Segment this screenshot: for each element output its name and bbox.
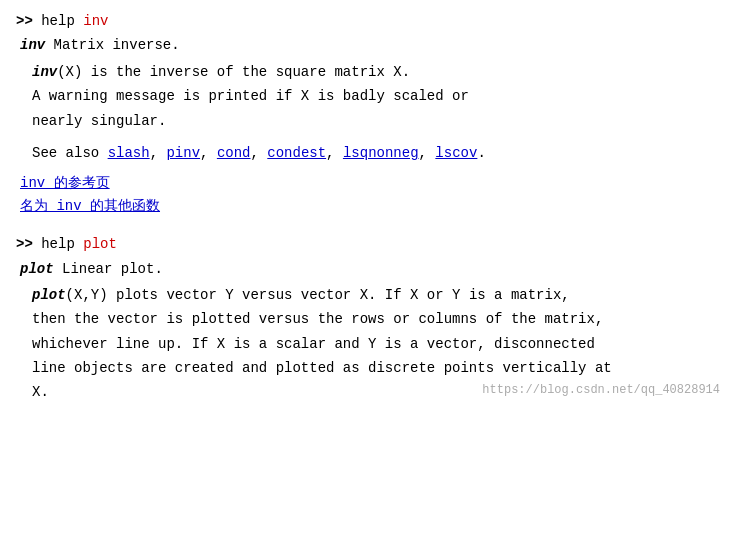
inv-line-2: A warning message is printed if X is bad… — [32, 85, 728, 107]
prompt-symbol: >> — [16, 13, 41, 29]
sep3: , — [250, 145, 267, 161]
sep2: , — [200, 145, 217, 161]
inv-other-funcs[interactable]: 名为 inv 的其他函数 — [20, 198, 160, 214]
plot-line-2: then the vector is plotted versus the ro… — [32, 308, 728, 330]
sep1: , — [150, 145, 167, 161]
plot-arg: plot — [83, 236, 117, 252]
link-lsqnonneg[interactable]: lsqnonneg — [343, 145, 419, 161]
plot-line-4: line objects are created and plotted as … — [32, 357, 728, 379]
inv-code-func: inv — [32, 64, 57, 80]
help-inv-section: >> help inv inv Matrix inverse. inv(X) i… — [16, 10, 728, 217]
plot-line-3: whichever line up. If X is a scalar and … — [32, 333, 728, 355]
sep5: , — [419, 145, 436, 161]
prompt-line-inv: >> help inv — [16, 10, 728, 32]
plot-body: plot(X,Y) plots vector Y versus vector X… — [16, 284, 728, 404]
plot-func-name: plot — [20, 261, 54, 277]
inv-line-3: nearly singular. — [32, 110, 728, 132]
plot-line-1: plot(X,Y) plots vector Y versus vector X… — [32, 284, 728, 306]
inv-func-name: inv — [20, 37, 45, 53]
prompt-symbol-2: >> — [16, 236, 41, 252]
section-gap — [16, 219, 728, 233]
help-keyword: help — [41, 13, 83, 29]
inv-ref-page[interactable]: inv 的参考页 — [20, 175, 110, 191]
inv-title-line: inv Matrix inverse. — [16, 34, 728, 56]
link-lscov[interactable]: lscov — [435, 145, 477, 161]
plot-line-5: X. https://blog.csdn.net/qq_40828914 — [32, 381, 728, 403]
inv-see-also: See also slash, pinv, cond, condest, lsq… — [32, 142, 728, 164]
help-keyword-2: help — [41, 236, 83, 252]
inv-title-desc: Matrix inverse. — [45, 37, 179, 53]
plot-title-desc: Linear plot. — [54, 261, 163, 277]
inv-code-args: (X) is the inverse of the square matrix … — [57, 64, 410, 80]
see-also-label: See also — [32, 145, 108, 161]
plot-title-line: plot Linear plot. — [16, 258, 728, 280]
sep4: , — [326, 145, 343, 161]
link-pinv[interactable]: pinv — [166, 145, 200, 161]
inv-ref-links: inv 的参考页 名为 inv 的其他函数 — [16, 172, 728, 217]
plot-code-args: (X,Y) plots vector Y versus vector X. If… — [66, 287, 570, 303]
inv-line-1: inv(X) is the inverse of the square matr… — [32, 61, 728, 83]
watermark: https://blog.csdn.net/qq_40828914 — [482, 381, 720, 400]
plot-code-func: plot — [32, 287, 66, 303]
help-plot-section: >> help plot plot Linear plot. plot(X,Y)… — [16, 233, 728, 404]
sep6: . — [477, 145, 485, 161]
link-condest[interactable]: condest — [267, 145, 326, 161]
link-cond[interactable]: cond — [217, 145, 251, 161]
link-slash[interactable]: slash — [108, 145, 150, 161]
terminal-output: >> help inv inv Matrix inverse. inv(X) i… — [16, 10, 728, 404]
inv-arg: inv — [83, 13, 108, 29]
prompt-line-plot: >> help plot — [16, 233, 728, 255]
inv-body: inv(X) is the inverse of the square matr… — [16, 61, 728, 165]
